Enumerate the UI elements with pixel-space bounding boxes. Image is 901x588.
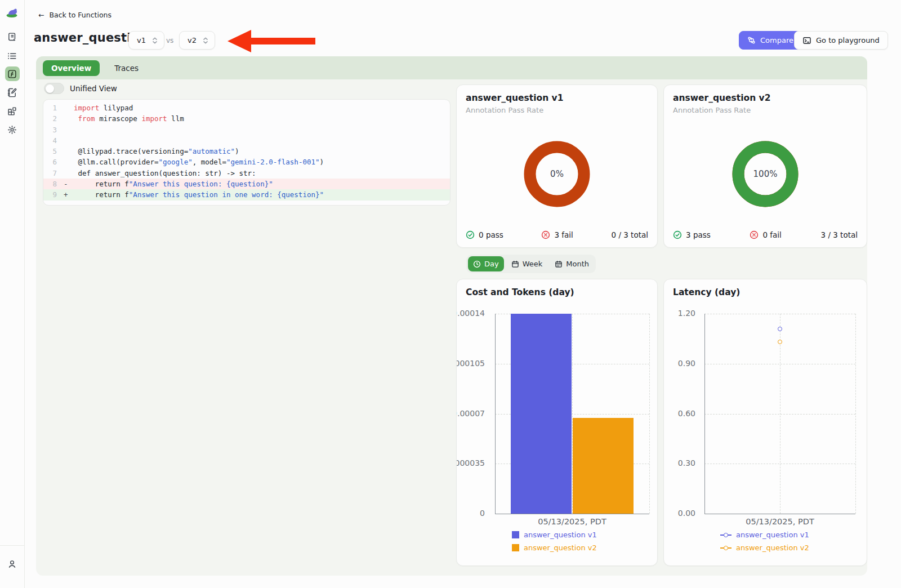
bar-answer_question-v1[interactable] — [511, 314, 572, 514]
y-tick: 0.00014 — [457, 309, 488, 319]
chevron-up-down-icon — [202, 37, 209, 44]
unified-view-toggle[interactable] — [44, 83, 64, 94]
go-to-playground-button[interactable]: Go to playground — [794, 31, 888, 50]
tab-bar: Overview Traces — [36, 56, 867, 79]
legend-swatch — [512, 544, 519, 551]
check-circle-icon — [673, 230, 682, 239]
code-diff-lines: 1import lilypad2 from mirascope import l… — [43, 103, 450, 201]
back-to-functions-link[interactable]: ← Back to Functions — [38, 11, 111, 19]
y-axis — [495, 314, 496, 514]
sidebar-item-scroll-icon[interactable] — [5, 29, 20, 44]
sidebar-item-function-icon[interactable] — [5, 66, 20, 81]
code-line: 6 @llm.call(provider="google", model="ge… — [43, 157, 450, 167]
version-right-value: v2 — [188, 36, 197, 44]
total-stat: 3 / 3 total — [821, 230, 858, 239]
code-line: 1import lilypad — [43, 103, 450, 113]
range-week-button[interactable]: Week — [506, 256, 548, 271]
code-line: 9+ return f"Answer this question in one … — [43, 189, 450, 200]
tab-overview[interactable]: Overview — [43, 60, 100, 76]
playground-button-label: Go to playground — [816, 36, 880, 44]
gridline — [855, 314, 856, 514]
code-line: 4 — [43, 135, 450, 146]
card-subtitle: Annotation Pass Rate — [466, 106, 543, 114]
content-panel: Overview Traces Unified View 1import lil… — [36, 56, 867, 576]
code-line: 7 def answer_question(question: str) -> … — [43, 168, 450, 179]
pass-rate-footer: 0 pass 3 fail 0 / 3 total — [466, 230, 648, 239]
x-tick-label: 05/13/2025, PDT — [704, 517, 855, 526]
version-left-value: v1 — [137, 36, 146, 44]
time-range-control: Day Week Month — [466, 255, 596, 273]
legend-label: answer_question v2 — [524, 544, 597, 552]
unified-view-label: Unified View — [70, 84, 117, 93]
x-circle-icon — [750, 230, 759, 239]
x-circle-icon — [541, 230, 550, 239]
legend-swatch — [512, 531, 519, 538]
cost-tokens-card: Cost and Tokens (day) 00.0000350.000070.… — [456, 279, 658, 566]
y-tick: 0.00007 — [457, 409, 488, 419]
annotation-arrow — [228, 28, 316, 54]
back-arrow-icon: ← — [38, 11, 44, 19]
legend-label: answer_question v2 — [736, 544, 809, 552]
card-title: answer_question v2 — [673, 93, 771, 103]
y-tick: 0.00 — [664, 509, 699, 519]
y-tick: 1.20 — [664, 309, 699, 319]
pass-rate-card-v2: answer_question v2 Annotation Pass Rate … — [663, 84, 867, 248]
y-tick: 0.90 — [664, 359, 699, 369]
x-axis — [704, 514, 855, 514]
unified-view-row: Unified View — [44, 83, 117, 94]
y-tick: 0 — [457, 509, 488, 519]
pass-rate-percent: 0% — [523, 140, 591, 208]
x-axis — [495, 514, 649, 514]
clock-icon — [473, 260, 481, 268]
vs-label: vs — [166, 37, 173, 44]
total-stat: 0 / 3 total — [612, 230, 648, 239]
pass-rate-percent: 100% — [731, 140, 799, 208]
point-answer_question-v1[interactable] — [778, 327, 782, 331]
sidebar-item-notebook-edit-icon[interactable] — [5, 85, 20, 100]
code-line: 3 — [43, 124, 450, 135]
gridline — [649, 314, 650, 514]
sidebar-divider — [0, 545, 24, 546]
latency-chart: 0.000.300.600.901.2005/13/2025, PDTanswe… — [664, 279, 867, 565]
latency-card: Latency (day) 0.000.300.600.901.2005/13/… — [663, 279, 867, 566]
tab-traces[interactable]: Traces — [114, 64, 139, 73]
range-month-button[interactable]: Month — [550, 256, 594, 271]
legend-item: answer_question v2 — [512, 544, 597, 552]
sidebar-item-settings-gear-icon[interactable] — [5, 122, 20, 137]
pass-rate-donut: 100% — [731, 140, 799, 208]
pass-rate-card-v1: answer_question v1 Annotation Pass Rate … — [456, 84, 658, 248]
chevron-up-down-icon — [151, 37, 158, 44]
y-tick: 0.000035 — [457, 458, 488, 469]
pass-stat: 3 pass — [673, 230, 711, 239]
pass-rate-donut: 0% — [523, 140, 591, 208]
sidebar — [0, 0, 25, 588]
sidebar-item-list-icon[interactable] — [5, 48, 20, 63]
version-select-left[interactable]: v1 — [128, 31, 164, 50]
sidebar-item-user-icon[interactable] — [5, 556, 20, 571]
legend-item: answer_question v1 — [512, 531, 597, 539]
x-tick-label: 05/13/2025, PDT — [495, 517, 649, 526]
y-tick: 0.60 — [664, 409, 699, 419]
code-line: 2 from mirascope import llm — [43, 113, 450, 124]
y-tick: 0.000105 — [457, 359, 488, 369]
legend-label: answer_question v1 — [736, 531, 809, 539]
version-select-right[interactable]: v2 — [179, 31, 215, 50]
y-axis — [704, 314, 705, 514]
fail-stat: 3 fail — [541, 230, 573, 239]
range-day-button[interactable]: Day — [468, 256, 504, 271]
point-answer_question-v2[interactable] — [778, 340, 782, 344]
lilypad-logo-icon[interactable] — [5, 5, 20, 19]
bar-answer_question-v2[interactable] — [573, 418, 634, 514]
playground-terminal-icon — [802, 36, 811, 45]
legend-item: answer_question v2 — [720, 544, 809, 552]
card-title: answer_question v1 — [466, 93, 564, 103]
cost-tokens-chart: 00.0000350.000070.0001050.0001405/13/202… — [457, 279, 657, 565]
git-compare-icon — [747, 36, 756, 44]
check-circle-icon — [466, 230, 475, 239]
legend-item: answer_question v1 — [720, 531, 809, 539]
compare-button[interactable]: Compare — [739, 31, 802, 50]
pass-stat: 0 pass — [466, 230, 503, 239]
compare-button-label: Compare — [760, 36, 793, 44]
sidebar-item-blocks-icon[interactable] — [5, 104, 20, 118]
calendar-icon — [511, 260, 519, 268]
